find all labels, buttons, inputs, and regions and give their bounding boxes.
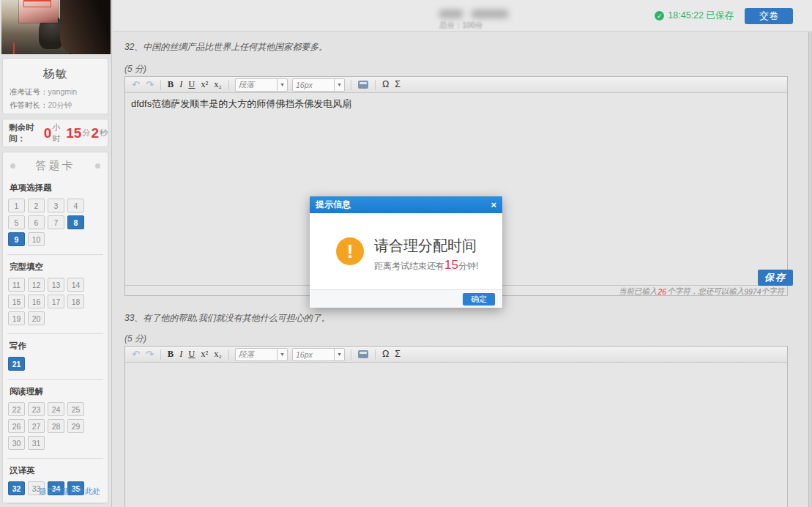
question-nav-9[interactable]: 9 (8, 232, 25, 246)
chevron-down-icon[interactable]: ▾ (277, 79, 287, 91)
question-nav-29[interactable]: 29 (67, 419, 84, 433)
chevron-down-icon[interactable]: ▾ (334, 79, 344, 91)
sidebar: 杨敏 准考证号：yangmin 作答时长：20分钟 剩余时间： 0 小时 15 … (0, 0, 112, 507)
question-nav-10[interactable]: 10 (28, 232, 45, 246)
formula-sigma-button[interactable]: Σ (395, 80, 401, 89)
insert-media-icon[interactable] (358, 81, 368, 89)
font-size-select[interactable]: 16px▾ (292, 78, 345, 92)
question-nav-27[interactable]: 27 (28, 419, 45, 433)
answer-sheet-sections: 单项选择题12345678910完型填空11121314151617181920… (3, 182, 108, 504)
countdown-prefix: 距离考试结束还有 (374, 261, 444, 271)
special-char-omega-button[interactable]: Ω (382, 80, 389, 89)
insert-media-icon[interactable] (358, 350, 368, 358)
toolbar-separator (228, 349, 229, 360)
modal-footer: 确定 (310, 289, 502, 308)
question-32-title: 32、中国的丝绸产品比世界上任何其他国家都要多。 (124, 41, 327, 53)
question-nav-31[interactable]: 31 (28, 436, 45, 450)
undo-icon[interactable]: ↶ (132, 349, 140, 359)
question-nav-18[interactable]: 18 (67, 295, 84, 308)
superscript-button[interactable]: x² (201, 80, 208, 89)
question-nav-17[interactable]: 17 (48, 295, 64, 308)
redo-icon[interactable]: ↷ (146, 80, 154, 89)
question-nav-28[interactable]: 28 (48, 419, 64, 433)
char-remaining-value: 9974 (744, 287, 761, 296)
submit-paper-button[interactable]: 交卷 (745, 8, 793, 24)
question-nav-grid: 12345678910 (3, 197, 108, 248)
bold-button[interactable]: B (168, 349, 174, 359)
question-nav-15[interactable]: 15 (8, 295, 25, 308)
student-name: 杨敏 (3, 67, 108, 82)
total-score: 总分：100分 (439, 21, 520, 31)
close-icon[interactable]: × (491, 200, 496, 210)
question-33-score: (5 分) (124, 333, 146, 345)
chevron-down-icon[interactable]: ▾ (277, 349, 287, 360)
subscript-button[interactable]: x₂ (214, 349, 222, 359)
section-label: 完型填空 (3, 262, 108, 273)
admission-ticket-row: 准考证号：yangmin (10, 87, 108, 97)
toolbar-separator (228, 80, 229, 90)
scrollbar-track[interactable] (808, 32, 812, 507)
redacted-title-blobs (439, 10, 520, 18)
question-nav-21[interactable]: 21 (8, 357, 25, 371)
underline-button[interactable]: U (188, 80, 195, 89)
editor-toolbar: ↶ ↷ B I U x² x₂ 段落▾ 16px▾ Ω Σ (125, 77, 787, 93)
subscript-button[interactable]: x₂ (214, 80, 222, 89)
question-nav-23[interactable]: 23 (28, 402, 45, 416)
section-divider (7, 379, 103, 380)
toolbar-separator (160, 349, 161, 360)
question-nav-16[interactable]: 16 (28, 295, 45, 308)
bold-button[interactable]: B (168, 80, 174, 89)
question-33-title: 33、有了他的帮助,我们就没有其他什么可担心的了。 (124, 312, 330, 325)
question-nav-7[interactable]: 7 (48, 215, 64, 229)
question-nav-11[interactable]: 11 (8, 278, 25, 292)
question-nav-30[interactable]: 30 (8, 436, 25, 450)
chevron-down-icon[interactable]: ▾ (334, 349, 344, 360)
question-nav-14[interactable]: 14 (67, 278, 84, 292)
section-label: 阅读理解 (3, 386, 108, 397)
question-nav-2[interactable]: 2 (28, 199, 45, 212)
ok-button[interactable]: 确定 (463, 293, 495, 306)
paragraph-format-select[interactable]: 段落▾ (235, 78, 288, 92)
question-nav-24[interactable]: 24 (48, 402, 64, 416)
decoration-dot (10, 163, 15, 169)
question-nav-3[interactable]: 3 (48, 199, 64, 212)
minutes-unit: 分 (82, 127, 90, 138)
special-char-omega-button[interactable]: Ω (382, 349, 389, 359)
italic-button[interactable]: I (179, 349, 182, 359)
superscript-button[interactable]: x² (201, 349, 208, 359)
save-status: ✓ 18:45:22 已保存 (655, 10, 734, 22)
question-nav-13[interactable]: 13 (48, 278, 64, 292)
paragraph-format-value: 段落 (236, 349, 277, 360)
answer-duration-label: 作答时长： (10, 100, 48, 109)
question-nav-4[interactable]: 4 (67, 199, 84, 212)
question-nav-26[interactable]: 26 (8, 419, 25, 433)
answer-textarea-q33[interactable] (125, 363, 787, 507)
answer-sheet-card: 答题卡 单项选择题12345678910完型填空1112131415161718… (2, 152, 108, 503)
question-nav-20[interactable]: 20 (28, 311, 45, 325)
question-nav-1[interactable]: 1 (8, 199, 25, 212)
save-answer-button[interactable]: 保存 (758, 270, 793, 286)
paragraph-format-select[interactable]: 段落▾ (235, 348, 288, 361)
toolbar-separator (160, 80, 161, 90)
formula-sigma-button[interactable]: Σ (395, 349, 401, 359)
answer-duration-value: 20分钟 (48, 100, 72, 109)
modal-title: 提示信息 (316, 199, 351, 211)
font-size-select[interactable]: 16px▾ (292, 348, 345, 361)
question-nav-12[interactable]: 12 (28, 278, 45, 292)
question-nav-5[interactable]: 5 (8, 215, 25, 229)
question-issue-link[interactable]: 题目问题点击此处 (39, 486, 100, 497)
redo-icon[interactable]: ↷ (146, 349, 154, 359)
question-nav-8[interactable]: 8 (67, 215, 84, 229)
question-nav-grid: 21 (3, 355, 108, 372)
italic-button[interactable]: I (179, 80, 182, 89)
question-nav-32[interactable]: 32 (8, 481, 25, 495)
webcam-examinee-hair (60, 0, 111, 54)
question-nav-6[interactable]: 6 (28, 215, 45, 229)
underline-button[interactable]: U (188, 349, 195, 359)
question-nav-25[interactable]: 25 (67, 402, 84, 416)
section-label: 单项选择题 (3, 182, 108, 193)
question-nav-19[interactable]: 19 (8, 311, 25, 325)
question-nav-grid: 11121314151617181920 (3, 276, 108, 327)
undo-icon[interactable]: ↶ (132, 80, 140, 89)
question-nav-22[interactable]: 22 (8, 402, 25, 416)
